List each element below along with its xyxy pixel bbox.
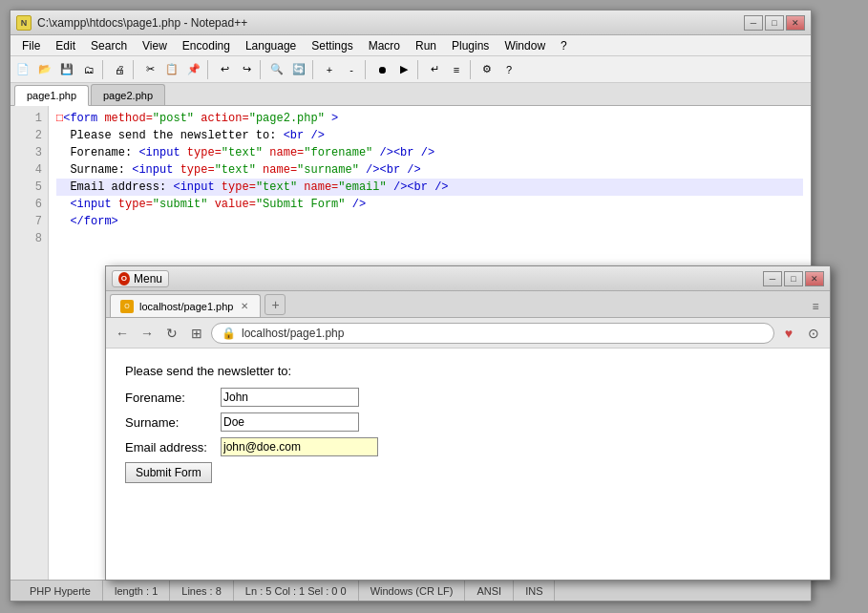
macro-record-button[interactable]: ⏺ — [371, 59, 392, 80]
email-input[interactable] — [221, 437, 378, 456]
npp-tabs: page1.php page2.php — [11, 83, 811, 106]
tab-page2[interactable]: page2.php — [91, 84, 165, 105]
opera-window: O Menu ─ □ ✕ O localhost/page1.php ✕ + ≡… — [105, 265, 831, 581]
line-num-5: 5 — [11, 179, 48, 196]
forename-label: Forename: — [125, 391, 221, 405]
status-php: PHP Hyperte — [18, 581, 103, 601]
save-all-button[interactable]: 🗂 — [78, 59, 99, 80]
paste-button[interactable]: 📌 — [183, 59, 204, 80]
toolbar-sep-4 — [260, 60, 264, 79]
line-num-2: 2 — [11, 127, 48, 144]
forename-row: Forename: — [125, 388, 811, 407]
submit-button[interactable]: Submit Form — [125, 462, 212, 483]
back-button[interactable]: ← — [112, 323, 133, 344]
opera-close-button[interactable]: ✕ — [805, 271, 824, 286]
wordwrap-button[interactable]: ↵ — [424, 59, 445, 80]
open-button[interactable]: 📂 — [34, 59, 55, 80]
menu-help[interactable]: ? — [553, 37, 575, 54]
opera-tab-page1[interactable]: O localhost/page1.php ✕ — [110, 294, 261, 317]
tab-label: localhost/page1.php — [139, 301, 233, 312]
undo-button[interactable]: ↩ — [214, 59, 235, 80]
email-row: Email address: — [125, 437, 811, 456]
menu-plugins[interactable]: Plugins — [444, 37, 497, 54]
code-line-5: Email address: <input type="text" name="… — [56, 179, 803, 196]
save-button[interactable]: 💾 — [56, 59, 77, 80]
status-charset: ANSI — [465, 581, 514, 601]
npp-icon: N — [16, 15, 32, 31]
print-button[interactable]: 🖨 — [109, 59, 130, 80]
status-position: Ln : 5 Col : 1 Sel : 0 0 — [234, 581, 359, 601]
grid-button[interactable]: ⊞ — [186, 323, 207, 344]
settings-btn[interactable]: ⚙ — [476, 59, 498, 80]
menu-window[interactable]: Window — [497, 37, 553, 54]
menu-file[interactable]: File — [14, 37, 48, 54]
opera-maximize-button[interactable]: □ — [784, 271, 803, 286]
refresh-button[interactable]: ↻ — [161, 323, 182, 344]
minimize-button[interactable]: ─ — [744, 15, 763, 31]
tab-favicon: O — [120, 300, 134, 313]
menu-language[interactable]: Language — [238, 37, 304, 54]
help-btn[interactable]: ? — [498, 59, 519, 80]
zoom-out-button[interactable]: - — [341, 59, 362, 80]
opera-menu-label: Menu — [134, 272, 162, 285]
toolbar-sep-7 — [417, 60, 421, 79]
line-num-8: 8 — [11, 230, 48, 247]
download-button[interactable]: ⊙ — [803, 323, 824, 344]
indent-button[interactable]: ≡ — [446, 59, 467, 80]
opera-menu-button[interactable]: O Menu — [112, 270, 169, 287]
tab-close-button[interactable]: ✕ — [239, 301, 250, 312]
menu-settings[interactable]: Settings — [304, 37, 360, 54]
copy-button[interactable]: 📋 — [161, 59, 182, 80]
macro-play-button[interactable]: ▶ — [393, 59, 414, 80]
close-button[interactable]: ✕ — [786, 15, 805, 31]
bookmark-button[interactable]: ♥ — [778, 323, 799, 344]
email-label: Email address: — [125, 440, 221, 454]
address-text: localhost/page1.php — [242, 327, 764, 340]
tab-page1[interactable]: page1.php — [14, 85, 89, 106]
opera-addressbar: ← → ↻ ⊞ 🔒 localhost/page1.php ♥ ⊙ — [106, 318, 830, 349]
menu-search[interactable]: Search — [83, 37, 135, 54]
toolbar-sep-8 — [470, 60, 474, 79]
status-insert: INS — [514, 581, 555, 601]
forward-button[interactable]: → — [137, 323, 158, 344]
find-button[interactable]: 🔍 — [266, 59, 287, 80]
line-num-3: 3 — [11, 144, 48, 161]
maximize-button[interactable]: □ — [765, 15, 784, 31]
code-line-2: Please send the newsletter to: <br /> — [56, 127, 803, 144]
line-num-6: 6 — [11, 196, 48, 213]
redo-button[interactable]: ↪ — [236, 59, 257, 80]
replace-button[interactable]: 🔄 — [288, 59, 309, 80]
opera-titlebar: O Menu ─ □ ✕ — [106, 266, 830, 291]
opera-minimize-button[interactable]: ─ — [763, 271, 782, 286]
menu-encoding[interactable]: Encoding — [175, 37, 238, 54]
menu-macro[interactable]: Macro — [361, 37, 408, 54]
code-line-7: </form> — [56, 213, 803, 230]
submit-row: Submit Form — [125, 462, 811, 483]
status-lines: Lines : 8 — [170, 581, 234, 601]
forename-input[interactable] — [221, 388, 359, 407]
menu-view[interactable]: View — [135, 37, 175, 54]
surname-label: Surname: — [125, 415, 221, 430]
npp-title: C:\xampp\htdocs\page1.php - Notepad++ — [37, 16, 744, 30]
globe-icon: 🔒 — [222, 327, 236, 340]
opera-sidebar-icon[interactable]: ≡ — [805, 296, 826, 317]
menu-edit[interactable]: Edit — [48, 37, 83, 54]
toolbar-sep-1 — [102, 60, 106, 79]
window-controls: ─ □ ✕ — [744, 15, 805, 31]
surname-input[interactable] — [221, 412, 359, 432]
address-bar[interactable]: 🔒 localhost/page1.php — [211, 323, 774, 344]
zoom-in-button[interactable]: + — [319, 59, 340, 80]
status-length: length : 1 — [103, 581, 170, 601]
line-num-1: 1 — [11, 110, 48, 127]
menu-run[interactable]: Run — [408, 37, 444, 54]
code-line-3: Forename: <input type="text" name="foren… — [56, 144, 803, 161]
opera-window-controls: ─ □ ✕ — [763, 271, 824, 286]
status-php-text: PHP Hyperte — [30, 585, 91, 597]
toolbar-sep-6 — [365, 60, 369, 79]
surname-row: Surname: — [125, 412, 811, 432]
toolbar-sep-5 — [312, 60, 316, 79]
form-title: Please send the newsletter to: — [125, 364, 811, 378]
new-tab-button[interactable]: + — [265, 294, 286, 315]
cut-button[interactable]: ✂ — [139, 59, 160, 80]
new-button[interactable]: 📄 — [12, 59, 33, 80]
